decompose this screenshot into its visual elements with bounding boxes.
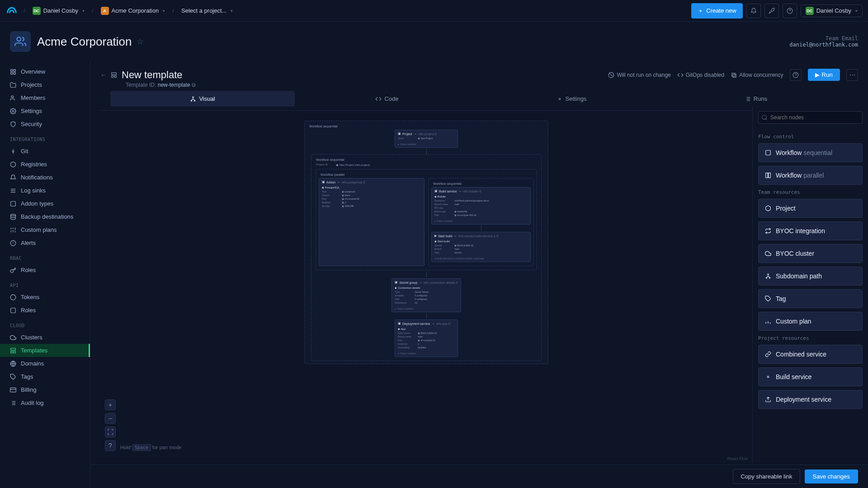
node-item-project[interactable]: Project xyxy=(758,199,863,218)
breadcrumb-separator: / xyxy=(24,7,25,14)
run-button[interactable]: ▶Run xyxy=(808,69,840,81)
sidebar-item-overview[interactable]: Overview xyxy=(0,65,90,78)
sidebar-item-notifications[interactable]: Notifications xyxy=(0,171,90,184)
svg-rect-2 xyxy=(14,69,15,71)
sidebar-item-registries[interactable]: Registries xyxy=(0,158,90,171)
swap-icon xyxy=(765,228,771,234)
key-icon xyxy=(10,307,16,314)
sidebar-label: Templates xyxy=(21,347,47,354)
sidebar-item-domains[interactable]: Domains xyxy=(0,357,90,370)
node-label: Deployment service xyxy=(776,396,831,403)
node-label: Tag xyxy=(776,295,786,302)
wf-node-project[interactable]: ▣ Project → refs.project-0 Name▣ New Pro… xyxy=(395,130,458,148)
node-label: Combined service xyxy=(776,351,826,358)
reactflow-attribution: React Flow xyxy=(727,456,748,461)
chevron-down-icon: ▾ xyxy=(163,9,165,13)
info-button[interactable] xyxy=(790,69,802,81)
sidebar-item-auditlog[interactable]: Audit log xyxy=(0,396,90,409)
sidebar-item-security[interactable]: Security xyxy=(0,117,90,131)
tab-code[interactable]: Code xyxy=(295,91,479,107)
sidebar-item-clusters[interactable]: Clusters xyxy=(0,331,90,344)
sidebar-item-billing[interactable]: Billing xyxy=(0,383,90,396)
tab-label: Settings xyxy=(566,95,587,102)
upload-icon xyxy=(765,396,771,403)
wf-node-secret[interactable]: ▣ Secret group → refs.connection-details… xyxy=(392,278,461,312)
zoom-in-button[interactable]: + xyxy=(105,399,116,410)
copy-icon[interactable]: ⧉ xyxy=(192,82,196,88)
notifications-button[interactable] xyxy=(746,4,761,18)
canvas[interactable]: Workflow sequential ▣ Project → refs.pro… xyxy=(100,110,752,465)
user-menu-label: Daniel Cosby xyxy=(816,7,851,14)
status-label: GitOps disabled xyxy=(686,72,724,78)
sidebar-item-roles-api[interactable]: Roles xyxy=(0,304,90,317)
save-changes-button[interactable]: Save changes xyxy=(805,469,858,483)
node-item-deployment[interactable]: Deployment service xyxy=(758,390,863,409)
sidebar-item-templates[interactable]: Templates xyxy=(0,344,90,357)
help-button[interactable] xyxy=(783,4,797,18)
tab-runs[interactable]: Runs xyxy=(664,91,848,107)
sidebar-item-git[interactable]: Git xyxy=(0,145,90,158)
svg-rect-12 xyxy=(11,201,16,206)
node-item-build-service[interactable]: Build service xyxy=(758,367,863,386)
sidebar-item-logsinks[interactable]: Log sinks xyxy=(0,184,90,197)
sidebar-item-roles-rbac[interactable]: Roles xyxy=(0,263,90,277)
node-item-subdomain[interactable]: Subdomain path xyxy=(758,267,863,286)
svg-rect-36 xyxy=(112,75,113,77)
node-item-tag[interactable]: Tag xyxy=(758,289,863,308)
search-nodes-input[interactable] xyxy=(758,111,863,124)
more-button[interactable]: ⋯ xyxy=(846,69,858,81)
sidebar-item-projects[interactable]: Projects xyxy=(0,78,90,91)
log-icon xyxy=(10,188,16,194)
svg-point-45 xyxy=(194,100,195,101)
create-new-button[interactable]: ＋ Create new xyxy=(691,3,742,19)
node-item-workflow-parallel[interactable]: Workflow parallel xyxy=(758,166,863,185)
avatar-badge: DC xyxy=(806,7,814,15)
help-canvas-button[interactable]: ? xyxy=(105,440,116,451)
sliders-icon xyxy=(765,318,771,324)
status-willnotrun[interactable]: Will not run on change xyxy=(608,72,670,78)
sidebar-item-members[interactable]: Members xyxy=(0,91,90,104)
breadcrumb-project[interactable]: Select a project... ▾ xyxy=(178,5,236,16)
sidebar-label: Security xyxy=(21,121,42,127)
user-menu[interactable]: DC Daniel Cosby ▾ xyxy=(801,5,863,17)
sidebar-item-addontypes[interactable]: Addon types xyxy=(0,197,90,210)
tab-settings[interactable]: Settings xyxy=(479,91,664,107)
node-item-byoc-integration[interactable]: BYOC integration xyxy=(758,221,863,240)
star-icon[interactable]: ☆ xyxy=(137,37,144,47)
node-label: BYOC integration xyxy=(776,227,825,235)
sidebar-item-customplans[interactable]: Custom plans xyxy=(0,223,90,236)
node-label: Project xyxy=(776,205,796,212)
sidebar-item-backupdest[interactable]: Backup destinations xyxy=(0,210,90,223)
copy-link-button[interactable]: Copy shareable link xyxy=(733,469,800,484)
node-item-workflow-sequential[interactable]: Workflow sequential xyxy=(758,143,863,162)
wf-node-addon[interactable]: ▣ Addon → refs.postgresql-0 ◆ PostgreSQL… xyxy=(319,178,425,266)
breadcrumb-user[interactable]: DC Daniel Cosby ▾ xyxy=(29,5,88,17)
wf-node-build[interactable]: ▣ Build service → refs.builder-0 ◆ Build… xyxy=(431,187,531,225)
status-gitops[interactable]: GitOps disabled xyxy=(677,72,724,78)
wf-node-startbuild[interactable]: ▶ Start build → refs.rebuild-build-servi… xyxy=(431,232,531,262)
node-item-custom-plan[interactable]: Custom plan xyxy=(758,312,863,331)
chevron-down-icon: ▾ xyxy=(82,9,85,13)
node-item-combined[interactable]: Combined service xyxy=(758,345,863,364)
sidebar-item-tokens[interactable]: Tokens xyxy=(0,291,90,304)
node-item-byoc-cluster[interactable]: BYOC cluster xyxy=(758,244,863,263)
breadcrumb-org[interactable]: A Acme Corporation ▾ xyxy=(97,5,169,17)
svg-line-39 xyxy=(609,73,613,76)
sidebar-item-alerts[interactable]: Alerts xyxy=(0,236,90,249)
sidebar-item-settings[interactable]: Settings xyxy=(0,104,90,117)
tab-visual[interactable]: Visual xyxy=(110,91,295,107)
canvas-controls: + − ⛶ ? xyxy=(105,399,116,451)
link-icon xyxy=(765,351,771,357)
status-concurrency[interactable]: Allow concurrency xyxy=(731,72,783,78)
org-email-block: Team Email daniel@northflank.com xyxy=(789,35,858,48)
back-button[interactable]: ← xyxy=(100,71,106,78)
zoom-out-button[interactable]: − xyxy=(105,413,116,424)
sidebar-label: Members xyxy=(21,94,45,101)
breadcrumb-separator: / xyxy=(172,7,174,14)
page-title: New template xyxy=(122,69,183,81)
fit-view-button[interactable]: ⛶ xyxy=(105,427,116,437)
sidebar-item-tags[interactable]: Tags xyxy=(0,370,90,383)
rocket-icon xyxy=(769,8,775,14)
changelog-button[interactable] xyxy=(764,4,779,18)
wf-node-deploy[interactable]: ▣ Deployment service → refs.app-0 ◆ App … xyxy=(395,319,458,357)
